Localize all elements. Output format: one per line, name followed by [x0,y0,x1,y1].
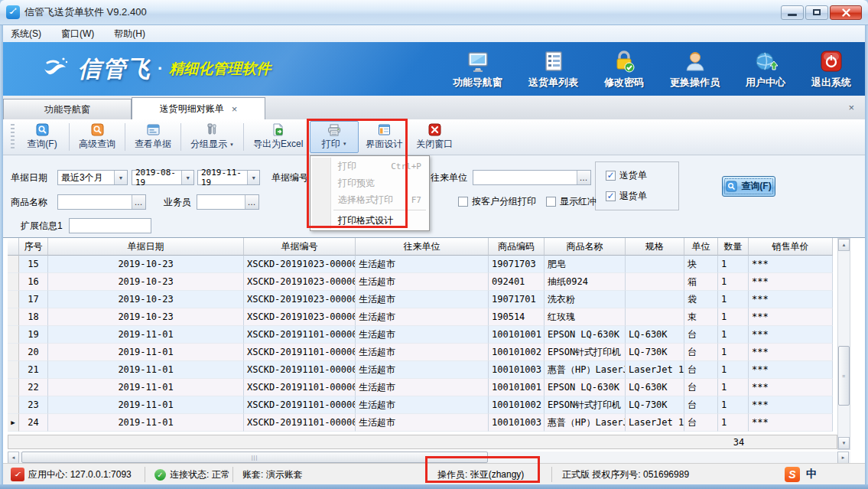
table-cell: 24 [19,414,48,432]
banner-button-user-center[interactable]: 用户中心 [746,49,785,90]
scroll-up-icon[interactable]: ▲ [838,239,850,251]
group-by-customer-checkbox[interactable]: 按客户分组打印 [458,195,536,207]
table-cell: 19 [19,326,48,344]
column-header[interactable]: 数量 [718,238,749,256]
table-cell: 块 [684,256,718,273]
column-header[interactable]: 销售单价 [749,238,833,256]
filter-panel: 单据日期 最近3个月 ▼ 2019-08-19 ▼ 2019-11-19 ▼ 单… [3,155,865,237]
product-name-input[interactable]: … [57,194,146,210]
salesman-input[interactable]: … [197,194,259,210]
horizontal-scroll-thumb[interactable]: ||| [21,452,488,463]
browse-ellipsis-icon[interactable]: … [245,195,258,209]
chevron-down-icon[interactable]: ▼ [343,142,347,146]
chevron-down-icon[interactable]: ▼ [229,142,234,147]
banner-button-nav-window[interactable]: 功能导航窗 [453,49,502,90]
toolbar-search-button[interactable]: 查询(F) [18,121,67,153]
customer-input[interactable]: … [473,170,591,185]
delivery-checkbox[interactable]: ✓ 送货单 [606,169,647,181]
column-header[interactable]: 单据编号 [244,238,356,256]
table-cell: XSCKD-20191101-000001 [244,344,356,361]
app-center-icon [11,468,24,481]
column-header[interactable]: 商品编码 [489,238,545,256]
table-row[interactable]: 182019-10-23XSCKD-20191023-000003生活超市190… [8,308,837,326]
column-header[interactable]: 序号 [19,238,48,256]
show-red-checkbox[interactable]: 显示红冲 [546,195,597,207]
table-row[interactable]: 172019-10-23XSCKD-20191023-000003生活超市190… [8,291,837,308]
menu-item-print[interactable]: 打印 Ctrl+P [310,158,429,174]
toolbar-group-display-button[interactable]: 分组显示▼ [184,121,241,153]
table-cell: 2019-10-23 [48,273,244,291]
table-row[interactable]: 192019-11-01XSCKD-20191101-000001生活超市100… [8,326,837,344]
column-header[interactable]: 商品名称 [545,238,626,256]
scroll-left-icon[interactable]: ◄ [8,452,19,464]
table-cell: 2019-10-23 [48,256,244,273]
banner-button-change-password[interactable]: 修改密码 [604,49,644,90]
toolbar-export-excel-button[interactable]: 导出为Excel [246,121,310,153]
ime-language-indicator[interactable]: 中 [806,468,817,481]
banner-button-switch-operator[interactable]: 更换操作员 [670,49,720,90]
column-header[interactable]: 单位 [684,238,718,256]
user-icon [683,49,707,73]
quantity-total: 34 [720,437,758,448]
date-range-combo[interactable]: 最近3个月 ▼ [57,170,128,185]
ext-info-input[interactable] [69,218,151,233]
table-row[interactable]: 222019-11-01XSCKD-20191101-000002生活超市100… [8,379,837,396]
date-to-value: 2019-11-19 [198,168,247,187]
scroll-down-icon[interactable]: ▼ [838,437,850,449]
vertical-scrollbar[interactable]: ▲ ≡ ▼ [837,238,850,450]
toolbar-print-button[interactable]: 打印▼ [310,121,359,153]
row-indicator [8,361,19,379]
column-header[interactable]: 规格 [626,238,684,256]
scroll-right-icon[interactable]: ► [837,452,849,464]
tab-delivery-detail-statement[interactable]: 送货明细对账单 × [132,97,265,119]
maximize-button[interactable] [805,5,828,20]
browse-ellipsis-icon[interactable]: … [577,171,590,184]
table-cell: 生活超市 [356,379,489,396]
table-row[interactable]: 212019-11-01XSCKD-20191101-000001生活超市100… [8,361,837,379]
toolbar-advanced-search-button[interactable]: 高级查询 [72,121,122,153]
ime-sogou-icon[interactable]: S [785,467,800,482]
toolbar-interface-design-button[interactable]: 界面设计 [359,121,409,153]
return-checkbox[interactable]: ✓ 退货单 [606,190,647,202]
date-to-combo[interactable]: 2019-11-19 ▼ [197,170,260,185]
date-from-combo[interactable]: 2019-08-19 ▼ [132,170,194,185]
menu-window[interactable]: 窗口(W) [61,28,94,41]
toolbar-button-label: 关闭窗口 [416,138,453,151]
top-banner: 信管飞 · 精细化管理软件 功能导航窗 送货单列表 [3,42,865,96]
column-header[interactable]: 往来单位 [356,238,489,256]
minimize-button[interactable] [781,5,804,20]
table-row[interactable]: 202019-11-01XSCKD-20191101-000001生活超市100… [8,344,837,361]
table-row[interactable]: 152019-10-23XSCKD-20191023-000003生活超市190… [8,256,837,273]
menu-system[interactable]: 系统(S) [11,28,41,41]
table-cell: 15 [19,256,48,273]
browse-ellipsis-icon[interactable]: … [132,195,145,209]
chevron-down-icon[interactable]: ▼ [114,171,127,184]
table-cell: 1 [718,344,749,361]
menu-help[interactable]: 帮助(H) [114,28,145,41]
tab-nav-window[interactable]: 功能导航窗 [3,99,132,119]
tab-close-icon[interactable]: × [232,104,238,114]
toolbar-view-document-button[interactable]: 查看单据 [128,121,178,153]
menu-item-shortcut: F7 [411,195,421,205]
search-button[interactable]: 查询(F) [722,176,775,197]
table-row[interactable]: ▶242019-11-01XSCKD-20191101-000002生活超市10… [8,414,837,432]
close-button[interactable] [830,5,862,20]
toolbar-button-label: 界面设计 [366,138,402,151]
horizontal-scrollbar[interactable]: ◄ ||| ► [8,452,850,464]
table-row[interactable]: 232019-11-01XSCKD-20191101-000002生活超市100… [8,396,837,414]
toolbar-close-window-button[interactable]: 关闭窗口 [409,121,460,153]
menu-item-print-preview[interactable]: 打印预览 [310,174,429,191]
table-row[interactable]: 162019-10-23XSCKD-20191023-000003生活超市092… [8,273,837,291]
banner-button-delivery-list[interactable]: 送货单列表 [528,49,578,90]
tabstrip-close-icon[interactable]: × [848,103,854,113]
chevron-down-icon[interactable]: ▼ [181,171,193,184]
table-cell: 台 [684,414,718,432]
table-cell: EPSON LQ-630K [545,326,626,344]
menu-item-print-format-design[interactable]: 打印格式设计 [310,212,429,229]
chevron-down-icon[interactable]: ▼ [247,171,259,184]
menu-item-print-with-format[interactable]: 选择格式打印 F7 [310,191,429,208]
column-header[interactable]: 单据日期 [48,238,244,256]
vertical-scroll-thumb[interactable]: ≡ [838,346,850,406]
table-cell: 2019-11-01 [48,414,244,432]
banner-button-exit-system[interactable]: 退出系统 [811,49,851,90]
